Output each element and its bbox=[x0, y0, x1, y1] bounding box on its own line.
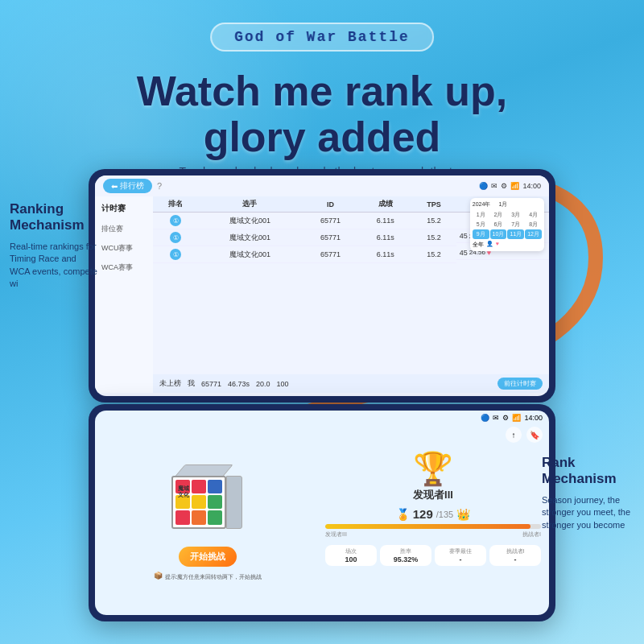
cal-months-row3: 9月 10月 11月 12月 bbox=[473, 229, 542, 239]
phone-bottom-frame: 🔵 ✉ ⚙ 📶 14:00 ↑ 🔖 bbox=[89, 404, 555, 621]
hint-text: 提示:魔方任意来回转动两下，开始挑战 bbox=[165, 573, 262, 581]
col-rank: 排名 bbox=[153, 196, 198, 213]
rubiks-cube: 魔域 文化 bbox=[171, 464, 244, 537]
challenger-label: 挑战者I bbox=[522, 530, 541, 539]
rank-3: ① bbox=[170, 249, 181, 260]
lb-cat-ranked[interactable]: 排位赛 bbox=[98, 221, 150, 237]
progress-bar bbox=[325, 524, 541, 529]
phone-nav: ⬅ 排行榜 ? bbox=[103, 179, 162, 193]
player-tps: 20.0 bbox=[256, 380, 270, 388]
mail-icon: ✉ bbox=[491, 182, 497, 190]
lb-cat-wca[interactable]: WCA赛事 bbox=[98, 259, 150, 276]
settings-icon-b: ⚙ bbox=[502, 414, 509, 422]
cal-header: 2024年 1月 bbox=[473, 200, 542, 208]
col-player: 选手 bbox=[198, 196, 301, 213]
player-score: 46.73s bbox=[228, 380, 250, 388]
leaderboard-btn[interactable]: ⬅ 排行榜 bbox=[103, 179, 152, 193]
rank-labels: 发现者III 挑战者I bbox=[325, 530, 541, 539]
progress-fill bbox=[325, 524, 530, 529]
phone-top-frame: ⬅ 排行榜 ? 🔵 ✉ ⚙ 📶 14:00 2024年 1月 1月 2月 bbox=[89, 169, 555, 402]
rank-1: ① bbox=[170, 215, 181, 226]
cal-months-row2: 5月 6月 7月 8月 bbox=[473, 220, 542, 229]
left-panel-title: Ranking Mechanism bbox=[10, 201, 98, 234]
cube-brand-label: 魔域 文化 bbox=[178, 485, 189, 499]
help-icon[interactable]: ? bbox=[157, 181, 162, 191]
settings-icon: ⚙ bbox=[501, 182, 507, 190]
cube-right-face bbox=[226, 476, 242, 529]
headline-section: Watch me rank up, glory added Two honor … bbox=[0, 68, 644, 178]
rank-title: 发现者III bbox=[413, 488, 453, 502]
stat-winrate: 胜率 95.32% bbox=[380, 545, 431, 566]
person-icon: 👤 bbox=[486, 241, 493, 249]
me-label: 我 bbox=[188, 378, 195, 389]
cal-options: 全年 👤 ♥ bbox=[473, 241, 542, 249]
discoverer-label: 发现者III bbox=[325, 530, 347, 539]
signal-icon: 📶 bbox=[510, 182, 519, 190]
pb-main-content: 魔域 文化 开始挑战 📦 提示:魔方任意来回转动两下，开始挑战 🏆 发现者III… bbox=[95, 444, 549, 601]
bluetooth-icon-b: 🔵 bbox=[481, 414, 489, 422]
heart-icon: ♥ bbox=[496, 241, 499, 249]
mail-icon-b: ✉ bbox=[493, 414, 499, 422]
cube-front-face bbox=[171, 476, 226, 529]
phone-top-screen: ⬅ 排行榜 ? 🔵 ✉ ⚙ 📶 14:00 2024年 1月 1月 2月 bbox=[95, 175, 549, 396]
headline-main: Watch me rank up, glory added bbox=[0, 68, 644, 160]
calendar-popup[interactable]: 2024年 1月 1月 2月 3月 4月 5月 6月 7月 8月 9月 10月 … bbox=[470, 198, 544, 251]
stat-matches: 场次 100 bbox=[325, 545, 377, 566]
left-panel-desc: Real-time rankings for Timing Race and W… bbox=[10, 241, 98, 291]
lb-active-cat[interactable]: 计时赛 bbox=[98, 201, 150, 216]
signal-icon-b: 📶 bbox=[512, 414, 521, 422]
time-b: 14:00 bbox=[524, 414, 543, 422]
right-panel: Rank Mechanism Season journey, the stron… bbox=[542, 455, 634, 531]
stat-challenger: 挑战者I - bbox=[489, 545, 541, 566]
stat-season-best: 赛季最佳 - bbox=[435, 545, 486, 566]
col-id: ID bbox=[302, 196, 360, 213]
pb-icons-row: ↑ 🔖 bbox=[95, 425, 549, 444]
player-id: 65771 bbox=[201, 380, 221, 388]
rank-area: 🏆 发现者III 🏅 129 /135 👑 发现者III 挑战者I bbox=[322, 449, 544, 596]
cube-area: 魔域 文化 开始挑战 📦 提示:魔方任意来回转动两下，开始挑战 bbox=[100, 449, 316, 596]
col-score: 成绩 bbox=[359, 196, 411, 213]
rank-progress-row: 🏅 129 /135 👑 bbox=[396, 507, 470, 521]
rank-2: ① bbox=[170, 232, 181, 243]
lb-cat-wcu[interactable]: WCU赛事 bbox=[98, 240, 150, 257]
trophy-icon-small: 🏅 bbox=[396, 508, 410, 521]
badge-title: God of War Battle bbox=[234, 29, 410, 45]
start-challenge-btn[interactable]: 开始挑战 bbox=[179, 547, 237, 567]
status-bar: ⬅ 排行榜 ? 🔵 ✉ ⚙ 📶 14:00 bbox=[95, 175, 549, 196]
right-panel-title: Rank Mechanism bbox=[542, 455, 634, 488]
unranked-label: 未上榜 bbox=[159, 378, 181, 389]
time-display: 14:00 bbox=[522, 182, 541, 190]
lb-bottom-bar: 未上榜 我 65771 46.73s 20.0 100 前往计时赛 bbox=[153, 374, 549, 393]
cal-months-row1: 1月 2月 3月 4月 bbox=[473, 210, 542, 220]
crown-icon: 👑 bbox=[456, 508, 470, 521]
trophy-icon: 🏆 bbox=[413, 452, 453, 485]
player-steps: 100 bbox=[277, 380, 289, 388]
top-badge: God of War Battle bbox=[210, 23, 434, 52]
rank-progress-num: 129 bbox=[413, 507, 433, 521]
rank-progress-total: /135 bbox=[436, 510, 453, 519]
phone-bottom-screen: 🔵 ✉ ⚙ 📶 14:00 ↑ 🔖 bbox=[95, 411, 549, 615]
share-icon[interactable]: ↑ bbox=[506, 427, 522, 443]
right-panel-desc: Season journey, the stronger you meet, t… bbox=[542, 494, 634, 531]
bluetooth-icon: 🔵 bbox=[479, 182, 488, 190]
pb-status-bar: 🔵 ✉ ⚙ 📶 14:00 bbox=[95, 411, 549, 425]
hint-icon: 📦 bbox=[154, 572, 163, 580]
bookmark-icon[interactable]: 🔖 bbox=[526, 427, 543, 443]
col-tps: TPS bbox=[411, 196, 456, 213]
left-panel: Ranking Mechanism Real-time rankings for… bbox=[10, 201, 98, 290]
hint-row: 📦 提示:魔方任意来回转动两下，开始挑战 bbox=[154, 570, 262, 581]
go-to-race-btn[interactable]: 前往计时赛 bbox=[497, 378, 543, 390]
rank-stats-row: 场次 100 胜率 95.32% 赛季最佳 - 挑战者I - bbox=[325, 545, 541, 566]
status-icons: 🔵 ✉ ⚙ 📶 14:00 bbox=[479, 182, 541, 190]
lb-categories: 计时赛 排位赛 WCU赛事 WCA赛事 bbox=[95, 196, 153, 393]
